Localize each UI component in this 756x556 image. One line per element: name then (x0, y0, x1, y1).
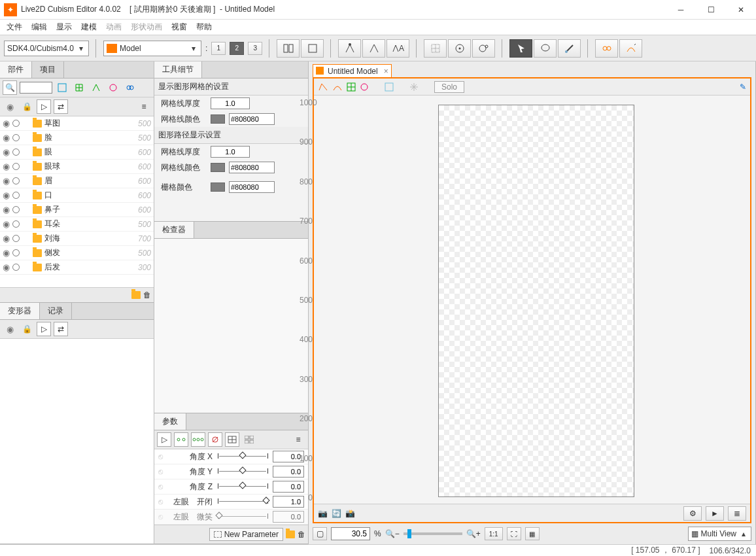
canvas-warp-icon[interactable] (347, 82, 356, 92)
menu-view[interactable]: 显示 (52, 20, 76, 34)
zoom-input[interactable] (331, 527, 370, 540)
close-icon[interactable]: × (384, 67, 388, 76)
filter-deformer-icon[interactable] (55, 80, 69, 95)
filter-warp-icon[interactable] (72, 80, 86, 95)
menu-window[interactable]: 视窗 (167, 20, 191, 34)
tool-warp-grid[interactable] (424, 39, 447, 58)
tool-glue[interactable] (595, 39, 618, 58)
mesh-line-color-swatch[interactable] (211, 114, 225, 124)
zoom-out-icon[interactable]: 🔍− (385, 529, 400, 538)
tool-link[interactable] (301, 39, 324, 58)
canvas-grid-icon[interactable] (409, 82, 419, 92)
tool-mesh-auto[interactable]: AUTO (387, 39, 409, 58)
tab-parameters[interactable]: 参数 (154, 413, 186, 430)
camera-reset-icon[interactable]: 🔄 (332, 509, 341, 518)
tool-surface[interactable] (472, 39, 495, 58)
maximize-button[interactable]: ☐ (696, 0, 726, 20)
tab-deformer[interactable]: 变形器 (0, 303, 40, 319)
menu-file[interactable]: 文件 (3, 20, 26, 34)
mode-combo[interactable]: Model ▾ (103, 41, 201, 56)
tool-rotation[interactable] (448, 39, 471, 58)
mesh-line-thickness-input[interactable] (211, 97, 250, 109)
lock-header-icon[interactable]: 🔒 (20, 99, 34, 114)
fit-button[interactable]: ⛶ (507, 527, 521, 540)
filter-artmesh-icon[interactable] (89, 80, 103, 95)
search-icon[interactable]: 🔍 (3, 80, 17, 95)
zoom-slider[interactable] (404, 532, 462, 535)
sync-header-icon[interactable]: ⇄ (54, 322, 68, 336)
filter-rotation-icon[interactable] (106, 80, 120, 95)
canvas-box-icon[interactable]: ▢ (313, 527, 327, 540)
canvas-path-icon[interactable] (332, 82, 343, 92)
grid-color-input[interactable] (229, 181, 275, 193)
param-slider[interactable] (216, 513, 269, 520)
minimize-button[interactable]: ─ (666, 0, 696, 20)
param-key3-icon[interactable] (191, 432, 205, 447)
param-slider[interactable] (216, 453, 269, 460)
new-parameter-button[interactable]: New Parameter (209, 528, 283, 541)
level-2[interactable]: 2 (230, 42, 244, 55)
trash-icon[interactable]: 🗑 (298, 530, 305, 539)
tool-path[interactable] (619, 39, 642, 58)
tool-bind[interactable] (277, 39, 300, 58)
camera-icon[interactable]: 📷 (318, 509, 328, 518)
sdk-combo[interactable]: SDK4.0/Cubism4.0 ▾ (4, 41, 89, 56)
level-3[interactable]: 3 (248, 42, 262, 55)
path-thickness-input[interactable] (211, 146, 250, 158)
close-button[interactable]: ✕ (726, 0, 756, 20)
canvas-mesh-icon[interactable] (318, 82, 328, 92)
tool-brush[interactable] (558, 39, 581, 58)
path-color-swatch[interactable] (211, 163, 225, 172)
new-folder-icon[interactable] (286, 530, 295, 538)
tool-arrow[interactable] (509, 39, 532, 58)
tab-project[interactable]: 项目 (32, 61, 64, 78)
canvas-deformer-icon[interactable] (385, 82, 394, 92)
trash-icon[interactable]: 🗑 (143, 290, 151, 300)
param-slider[interactable] (216, 483, 269, 490)
param-slider[interactable] (216, 498, 269, 505)
param-grid-icon[interactable] (225, 432, 239, 447)
param-nokey-icon[interactable] (208, 432, 222, 447)
pin-icon[interactable]: ⎋ (158, 452, 163, 461)
canvas-pin-icon[interactable]: ✎ (740, 82, 746, 92)
menu-model[interactable]: 建模 (77, 20, 101, 34)
solo-button[interactable]: Solo (434, 81, 464, 93)
lock-header-icon[interactable]: 🔒 (20, 322, 34, 336)
tab-parts[interactable]: 部件 (0, 61, 32, 78)
menu-help[interactable]: 帮助 (192, 20, 216, 34)
param-key2-icon[interactable] (174, 432, 188, 447)
tab-inspector[interactable]: 检查器 (154, 222, 194, 238)
list-button[interactable]: ≣ (728, 506, 746, 521)
tool-mesh-edit[interactable] (362, 39, 385, 58)
document-tab[interactable]: Untitled Model × (313, 64, 392, 78)
tool-mesh-pen[interactable] (338, 39, 361, 58)
tab-tool-detail[interactable]: 工具细节 (154, 61, 202, 78)
zoom-in-icon[interactable]: 🔍+ (466, 529, 481, 538)
play-button[interactable]: ► (706, 506, 724, 521)
level-1[interactable]: 1 (211, 42, 226, 55)
param-slider[interactable] (216, 468, 269, 475)
mesh-line-color-input[interactable] (229, 113, 275, 125)
search-input[interactable] (20, 82, 52, 94)
tool-lasso[interactable] (534, 39, 557, 58)
path-color-input[interactable] (229, 162, 275, 173)
visibility-header-icon[interactable]: ◉ (3, 322, 17, 336)
hamburger-icon[interactable]: ≡ (137, 99, 151, 114)
menu-edit[interactable]: 编辑 (27, 20, 51, 34)
filter-glue-icon[interactable] (123, 80, 137, 95)
tab-log[interactable]: 记录 (40, 303, 72, 319)
param-play-icon[interactable]: ▷ (157, 432, 171, 447)
grid-color-swatch[interactable] (211, 182, 225, 192)
camera-plus-icon[interactable]: 📸 (345, 509, 355, 518)
zoom-100-button[interactable]: 1:1 (485, 527, 503, 540)
play-header-icon[interactable]: ▷ (37, 99, 51, 114)
multiview-combo[interactable]: ▦ Multi View ▴ (688, 527, 751, 541)
deformer-tree[interactable] (0, 339, 154, 544)
new-folder-icon[interactable] (131, 291, 141, 299)
visibility-header-icon[interactable]: ◉ (3, 99, 17, 114)
grid-button[interactable]: ▦ (525, 527, 540, 540)
settings-button[interactable]: ⚙ (683, 506, 702, 521)
play-header-icon[interactable]: ▷ (37, 322, 51, 336)
sync-header-icon[interactable]: ⇄ (54, 99, 68, 114)
canvas-rotation-icon[interactable] (360, 82, 369, 92)
